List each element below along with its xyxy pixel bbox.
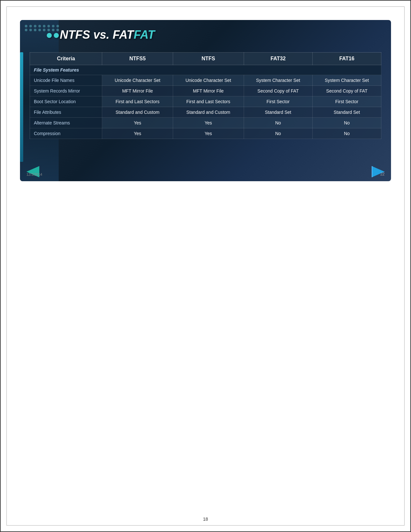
criteria-compression: Compression (30, 128, 102, 139)
fat32-bootsector: First Sector (244, 96, 312, 107)
fat16-sysrecords: Second Copy of FAT (312, 86, 381, 96)
fat32-fileattrib: Standard Set (244, 107, 312, 118)
ntfs-bootsector: First and Last Sectors (173, 96, 244, 107)
table-row: System Records Mirror MFT Mirror File MF… (30, 86, 381, 96)
criteria-fileattrib: File Attributes (30, 107, 102, 118)
slide-date: 12/3/2014 (26, 172, 42, 176)
col-header-fat16: FAT16 (312, 53, 381, 65)
ntfs-fileattrib: Standard and Custom (173, 107, 244, 118)
criteria-bootsector: Boot Sector Location (30, 96, 102, 107)
table-header-row: Criteria NTFS5 NTFS FAT32 FAT16 (30, 53, 381, 65)
fat32-sysrecords: Second Copy of FAT (244, 86, 312, 96)
col-header-criteria: Criteria (30, 53, 102, 65)
table-row: Unicode File Names Unicode Character Set… (30, 75, 381, 86)
col-header-ntfs5: NTFS5 (102, 53, 173, 65)
col-header-ntfs: NTFS (173, 53, 244, 65)
ntfs5-sysrecords: MFT Mirror File (102, 86, 173, 96)
ntfs-altstreams: Yes (173, 118, 244, 128)
criteria-altstreams: Alternate Streams (30, 118, 102, 128)
slide-title: ●●NTFS vs. FATFAT (46, 28, 155, 42)
fat32-altstreams: No (244, 118, 312, 128)
ntfs-compression: Yes (173, 128, 244, 139)
criteria-sysrecords: System Records Mirror (30, 86, 102, 96)
fat16-fileattrib: Standard Set (312, 107, 381, 118)
fat16-unicode: System Character Set (312, 75, 381, 86)
fat16-bootsector: First Sector (312, 96, 381, 107)
ntfs5-bootsector: First and Last Sectors (102, 96, 173, 107)
left-accent (20, 52, 23, 162)
slide-number: 22 (380, 172, 385, 176)
fat32-unicode: System Character Set (244, 75, 312, 86)
fat32-compression: No (244, 128, 312, 139)
ntfs-unicode: Unicode Character Set (173, 75, 244, 86)
table-row: Boot Sector Location First and Last Sect… (30, 96, 381, 107)
table-row: Compression Yes Yes No No (30, 128, 381, 139)
fat16-compression: No (312, 128, 381, 139)
ntfs5-compression: Yes (102, 128, 173, 139)
ntfs5-altstreams: Yes (102, 118, 173, 128)
table-wrapper: Criteria NTFS5 NTFS FAT32 FAT16 File Sys… (30, 52, 381, 162)
table-row: Alternate Streams Yes Yes No No (30, 118, 381, 128)
section-label: File System Features (30, 65, 381, 75)
ntfs5-unicode: Unicode Character Set (102, 75, 173, 86)
fat16-altstreams: No (312, 118, 381, 128)
section-header-row: File System Features (30, 65, 381, 75)
ntfs-sysrecords: MFT Mirror File (173, 86, 244, 96)
comparison-table: Criteria NTFS5 NTFS FAT32 FAT16 File Sys… (30, 52, 381, 139)
slide-container: ●●NTFS vs. FATFAT Criteria NTFS5 NTFS FA… (20, 20, 391, 181)
col-header-fat32: FAT32 (244, 53, 312, 65)
ntfs5-fileattrib: Standard and Custom (102, 107, 173, 118)
table-row: File Attributes Standard and Custom Stan… (30, 107, 381, 118)
criteria-unicode: Unicode File Names (30, 75, 102, 86)
page-number: 18 (203, 517, 208, 522)
